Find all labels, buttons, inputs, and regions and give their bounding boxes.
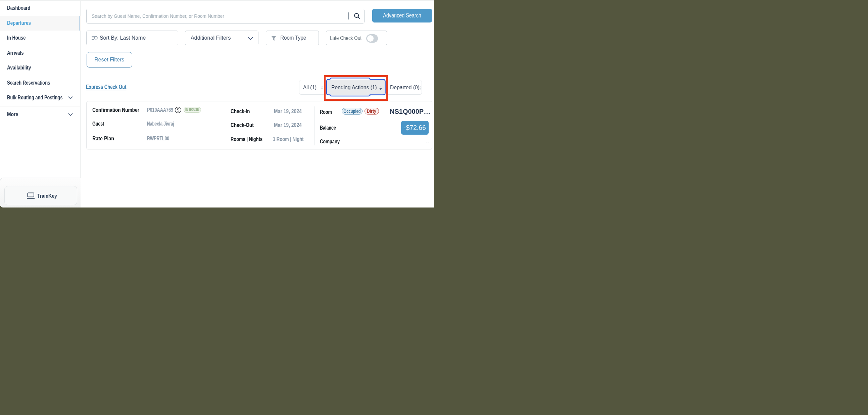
svg-text:$: $: [177, 108, 179, 113]
